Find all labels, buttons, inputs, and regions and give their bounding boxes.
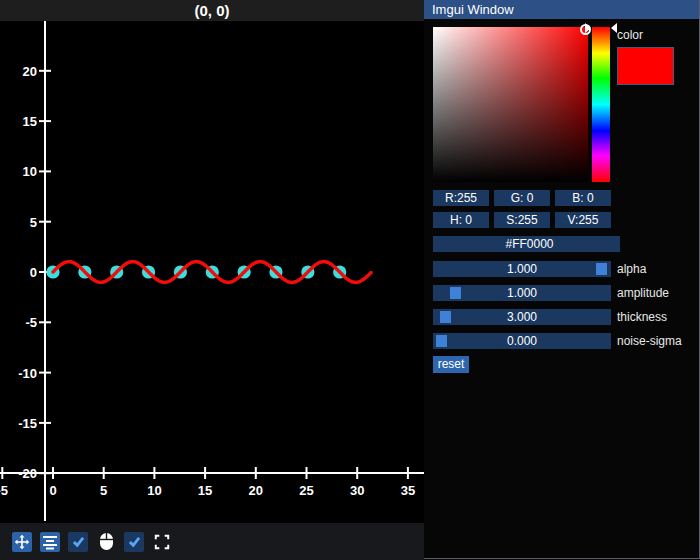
plot-canvas[interactable]: -505101520253035-20-15-10-505101520 <box>0 21 424 523</box>
check-icon <box>71 534 86 549</box>
rgb-value-field[interactable]: B: 0 <box>555 190 611 206</box>
y-tick-label: 0 <box>30 265 37 280</box>
amplitude-slider-value: 1.000 <box>433 285 611 301</box>
amplitude-slider-track[interactable]: 1.000 <box>433 285 611 301</box>
corners-icon <box>154 534 170 550</box>
y-tick-label: -10 <box>18 366 37 381</box>
rgb-value-field[interactable]: R:255 <box>433 190 489 206</box>
x-tick-label: 10 <box>147 483 161 498</box>
mouse-icon <box>99 532 114 551</box>
y-tick-label: 20 <box>23 64 37 79</box>
plot-toolbar <box>0 523 424 560</box>
color-label: color <box>617 28 643 42</box>
alpha-slider-track[interactable]: 1.000 <box>433 261 611 277</box>
x-tick-label: 15 <box>198 483 212 498</box>
noise-sigma-slider-track[interactable]: 0.000 <box>433 333 611 349</box>
fullscreen-indicator <box>152 532 172 552</box>
y-tick-label: -15 <box>18 416 37 431</box>
app-root: (0, 0) -505101520253035-20-15-10-5051015… <box>0 0 700 560</box>
rgb-value-field[interactable]: G: 0 <box>494 190 550 206</box>
x-tick-label: 30 <box>350 483 364 498</box>
hue-slider[interactable] <box>592 27 610 182</box>
y-tick-label: 10 <box>23 164 37 179</box>
pan-button[interactable] <box>12 532 32 552</box>
checkbox-1[interactable] <box>68 532 88 552</box>
noise-sigma-slider-value: 0.000 <box>433 333 611 349</box>
sine-curve <box>53 262 371 283</box>
reset-button[interactable]: reset <box>433 356 469 373</box>
thickness-slider-value: 3.000 <box>433 309 611 325</box>
hex-input[interactable]: #FF0000 <box>433 236 620 252</box>
x-tick-label: -5 <box>0 483 8 498</box>
plot-panel: (0, 0) -505101520253035-20-15-10-5051015… <box>0 0 424 560</box>
x-tick-label: 5 <box>100 483 107 498</box>
checkbox-2[interactable] <box>124 532 144 552</box>
y-tick-label: 5 <box>30 215 37 230</box>
x-tick-label: 0 <box>49 483 56 498</box>
thickness-slider-track[interactable]: 3.000 <box>433 309 611 325</box>
plot-title: (0, 0) <box>0 0 424 21</box>
saturation-value-picker[interactable] <box>433 27 588 182</box>
slider-thickness: 3.000thickness <box>433 309 667 325</box>
imgui-window: Imgui Window color R:255G: 0B: 0 H: 0S:2… <box>424 0 700 559</box>
hue-marker-left-icon <box>585 23 591 33</box>
y-tick-label: 15 <box>23 114 37 129</box>
hsv-value-field[interactable]: V:255 <box>555 212 611 228</box>
slider-amplitude: 1.000amplitude <box>433 285 669 301</box>
imgui-window-title-bar[interactable]: Imgui Window <box>424 0 699 19</box>
alpha-slider-value: 1.000 <box>433 261 611 277</box>
x-tick-label: 35 <box>401 483 415 498</box>
noise-sigma-slider-label: noise-sigma <box>617 334 682 348</box>
y-tick-label: -5 <box>25 315 37 330</box>
thickness-slider-label: thickness <box>617 310 667 324</box>
color-swatch[interactable] <box>617 47 674 85</box>
check-icon <box>127 534 142 549</box>
x-tick-label: 25 <box>299 483 313 498</box>
slider-alpha: 1.000alpha <box>433 261 646 277</box>
slider-noise-sigma: 0.000noise-sigma <box>433 333 682 349</box>
amplitude-slider-label: amplitude <box>617 286 669 300</box>
hsv-fields-row: H: 0S:255V:255 <box>433 212 620 228</box>
align-button[interactable] <box>40 532 60 552</box>
rgb-fields-row: R:255G: 0B: 0 <box>433 190 620 206</box>
x-tick-label: 20 <box>249 483 263 498</box>
mouse-indicator <box>96 532 116 552</box>
align-center-icon <box>42 534 58 550</box>
hsv-value-field[interactable]: S:255 <box>494 212 550 228</box>
hsv-value-field[interactable]: H: 0 <box>433 212 489 228</box>
alpha-slider-label: alpha <box>617 262 646 276</box>
move-icon <box>14 534 30 550</box>
y-tick-label: -20 <box>18 466 37 481</box>
